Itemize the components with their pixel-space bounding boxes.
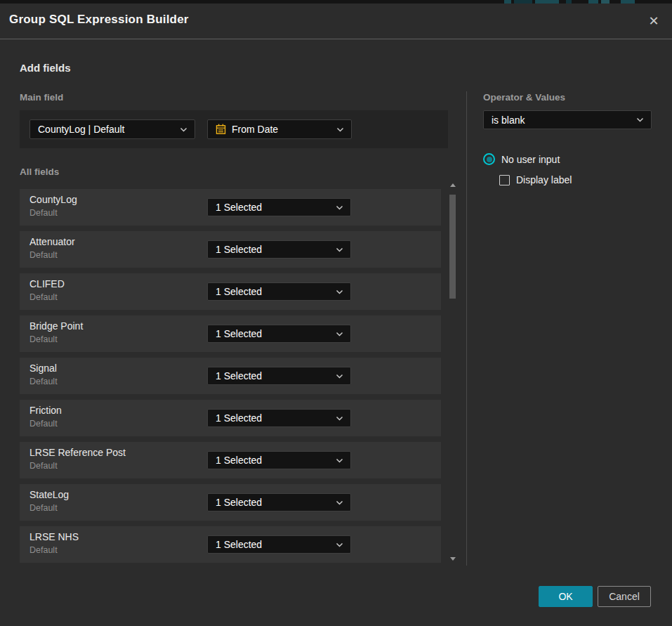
no-user-input-option: No user input [483, 153, 560, 165]
radio-dot [487, 157, 492, 162]
attribute-select-value: 1 Selected [216, 370, 330, 382]
scrollbar-up-arrow[interactable] [449, 182, 456, 188]
add-fields-heading: Add fields [20, 62, 71, 74]
field-row: LRSE NHS Default 1 Selected [20, 526, 441, 563]
field-name: StateLog [29, 489, 69, 500]
field-sublabel: Default [29, 250, 58, 260]
attribute-select-value: 1 Selected [216, 202, 330, 213]
field-sublabel: Default [29, 334, 58, 344]
attribute-select-value: 1 Selected [216, 455, 330, 466]
attribute-select[interactable]: 1 Selected [207, 409, 351, 427]
field-sublabel: Default [29, 461, 58, 471]
close-button[interactable]: ✕ [643, 11, 664, 32]
display-label-checkbox[interactable] [499, 175, 510, 185]
dialog-title: Group SQL Expression Builder [9, 13, 189, 27]
field-name: LRSE Reference Post [29, 447, 126, 458]
display-label-option: Display label [499, 174, 572, 185]
chevron-down-icon [636, 117, 644, 122]
main-field-label: Main field [20, 92, 63, 103]
chevron-down-icon [336, 127, 344, 132]
field-sublabel: Default [29, 503, 58, 513]
attribute-select[interactable]: 1 Selected [207, 198, 351, 216]
attribute-select[interactable]: 1 Selected [207, 282, 351, 301]
close-icon: ✕ [648, 15, 659, 27]
field-row: Attenuator Default 1 Selected [20, 231, 441, 268]
operator-select-value: is blank [492, 115, 631, 126]
calendar-icon [216, 124, 226, 135]
main-field-panel: CountyLog | Default From Date [20, 110, 448, 148]
attribute-select-value: 1 Selected [216, 328, 330, 339]
field-sublabel: Default [29, 292, 58, 302]
field-sublabel: Default [29, 377, 58, 386]
attribute-select-value: 1 Selected [216, 539, 330, 550]
chevron-down-icon [336, 458, 343, 463]
main-field-select[interactable]: From Date [207, 119, 352, 139]
group-sql-expression-builder-dialog: Group SQL Expression Builder ✕ Add field… [0, 4, 672, 626]
cancel-button[interactable]: Cancel [598, 586, 651, 607]
scrollbar-thumb[interactable] [449, 195, 456, 299]
attribute-select-value: 1 Selected [216, 412, 330, 424]
attribute-select[interactable]: 1 Selected [207, 451, 351, 469]
main-field-select-value: From Date [232, 124, 331, 135]
chevron-down-icon [336, 542, 343, 547]
ok-button[interactable]: OK [539, 586, 593, 607]
attribute-select[interactable]: 1 Selected [207, 535, 351, 554]
no-user-input-label: No user input [501, 154, 560, 165]
field-name: LRSE NHS [29, 531, 79, 542]
attribute-select-value: 1 Selected [216, 244, 330, 255]
screen: Group SQL Expression Builder ✕ Add field… [0, 0, 672, 626]
panel-divider [466, 91, 467, 566]
field-row: Signal Default 1 Selected [20, 358, 441, 394]
field-name: Friction [29, 405, 62, 416]
field-name: CountyLog [29, 194, 77, 205]
field-sublabel: Default [29, 208, 58, 218]
field-row: CountyLog Default 1 Selected [20, 189, 441, 226]
layer-select[interactable]: CountyLog | Default [29, 119, 195, 139]
field-name: Bridge Point [29, 320, 83, 332]
dialog-titlebar: Group SQL Expression Builder ✕ [0, 4, 672, 39]
chevron-down-icon [336, 500, 343, 505]
field-row: Friction Default 1 Selected [20, 400, 441, 436]
field-name: Attenuator [29, 236, 75, 247]
chevron-down-icon [336, 332, 343, 337]
field-name: Signal [29, 363, 57, 374]
no-user-input-radio[interactable] [483, 153, 495, 165]
scrollbar-down-arrow[interactable] [449, 556, 456, 561]
attribute-select[interactable]: 1 Selected [207, 367, 351, 385]
field-row: StateLog Default 1 Selected [20, 484, 441, 521]
chevron-down-icon [336, 205, 343, 210]
field-row: CLIFED Default 1 Selected [20, 273, 441, 310]
field-name: CLIFED [29, 278, 65, 289]
attribute-select[interactable]: 1 Selected [207, 240, 351, 259]
field-sublabel: Default [29, 545, 58, 555]
field-row: LRSE Reference Post Default 1 Selected [20, 442, 441, 478]
attribute-select[interactable]: 1 Selected [207, 493, 351, 511]
display-label-text: Display label [516, 174, 572, 185]
operator-select[interactable]: is blank [483, 110, 652, 129]
attribute-select-value: 1 Selected [216, 497, 330, 508]
chevron-down-icon [336, 247, 343, 252]
chevron-down-icon [336, 289, 343, 294]
chevron-down-icon [336, 374, 343, 379]
operator-values-label: Operator & Values [483, 92, 565, 103]
layer-select-value: CountyLog | Default [38, 124, 174, 135]
attribute-select-value: 1 Selected [216, 286, 330, 297]
chevron-down-icon [180, 127, 187, 132]
all-fields-label: All fields [20, 167, 59, 177]
chevron-down-icon [336, 416, 343, 421]
attribute-select[interactable]: 1 Selected [207, 325, 351, 343]
field-sublabel: Default [29, 419, 58, 429]
field-row: Bridge Point Default 1 Selected [20, 315, 441, 352]
